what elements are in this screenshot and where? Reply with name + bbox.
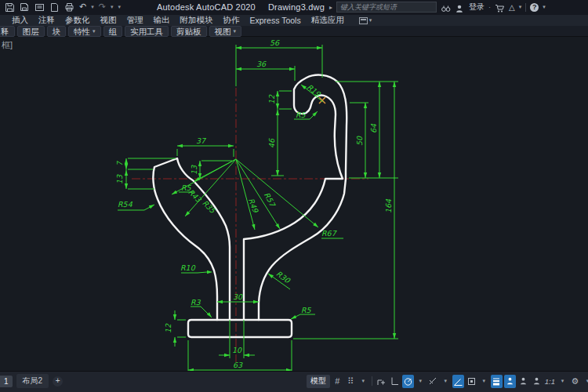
sheet-icon[interactable] [49,2,60,12]
add-layout-button[interactable]: + [53,376,63,387]
search-input[interactable] [336,2,437,13]
redo-icon[interactable]: ↷ [99,2,106,12]
radius-r3[interactable]: R3 [191,298,201,307]
sign-in-button[interactable]: 登录 [469,2,485,13]
panel-utilities[interactable]: 实用工具 [125,26,169,37]
ribbon-panel-row: 释 图层 块 特性▾ 组 实用工具 剪贴板 视图▾ [0,26,588,37]
base-plate-outline[interactable] [188,320,292,337]
ribbon-display-icon[interactable]: ▾ [359,17,372,24]
isodraft-icon[interactable] [427,375,439,388]
ribbon-tab-annotate[interactable]: 注释 [38,15,55,26]
ortho-icon[interactable] [389,375,401,388]
customization-gear-icon[interactable]: ⚙ [569,375,581,388]
snap-icon[interactable]: ⠿ [345,375,357,388]
grid-icon[interactable]: # [332,375,343,388]
panel-properties[interactable]: 特性▾ [68,26,101,37]
ribbon-tab-parametric[interactable]: 参数化 [65,15,90,26]
annotation-scale-add-icon[interactable] [517,375,529,388]
minimize-dash-icon: · [488,3,491,11]
model-space-button[interactable]: 模型 [307,375,330,388]
layout-tab-1[interactable]: 1 [0,376,13,387]
ribbon-display-caret-icon[interactable]: ▾ [369,17,372,24]
centerlines[interactable] [132,88,368,362]
cart-icon[interactable] [495,2,505,12]
isodraft-caret-icon[interactable]: ▾ [441,375,451,388]
layout-tab-2[interactable]: 布局2 [16,374,49,388]
dim-13-right[interactable]: 13 [190,165,198,175]
exchange-search-icon[interactable] [441,2,451,12]
save-as-icon[interactable] [20,2,30,12]
help-icon[interactable]: ? [530,3,539,12]
object-snap-caret-icon[interactable]: ▾ [479,375,489,388]
polar-caret-icon[interactable]: ▾ [416,375,426,388]
account-icon[interactable] [455,2,465,12]
ribbon-tab-manage[interactable]: 管理 [127,15,143,26]
radius-texts[interactable]: R54 R5 R43 R35 R49 R57 R67 R19 R5 R10 R3… [118,82,337,314]
help-caret-icon[interactable]: ▾ [543,4,546,10]
dim-56[interactable]: 56 [270,38,280,47]
radius-r35[interactable]: R35 [201,198,218,216]
ribbon-tab-insert[interactable]: 插入 [12,15,28,26]
scale-caret-icon[interactable]: ▾ [557,375,568,388]
search-flyout-icon[interactable]: ▸ [329,4,332,11]
dynamic-input-icon[interactable] [376,375,387,388]
alert-caret-icon[interactable]: ▾ [519,4,522,10]
annotation-people-icon[interactable] [531,375,543,388]
radius-r49[interactable]: R49 [247,197,260,214]
radius-r5-hook[interactable]: R5 [296,111,307,119]
dim-30[interactable]: 30 [233,292,243,301]
radius-r57[interactable]: R57 [263,191,278,209]
radius-r54[interactable]: R54 [118,200,133,209]
dim-10[interactable]: 10 [232,346,242,354]
snap-caret-icon[interactable]: ▾ [358,375,368,388]
qat-customize-icon[interactable]: ▾ [118,4,121,10]
radius-r67[interactable]: R67 [321,229,337,238]
export-icon[interactable] [34,2,45,12]
redo-caret-icon[interactable]: ▾ [111,4,114,10]
ribbon-tab-output[interactable]: 输出 [154,15,170,26]
alert-triangle-icon[interactable]: △ [509,3,515,12]
extension-line-set[interactable] [128,45,398,371]
panel-view-caret-icon[interactable]: ▾ [234,27,237,36]
panel-properties-caret-icon[interactable]: ▾ [93,27,96,36]
dim-12-plate[interactable]: 12 [164,323,172,333]
left-profile-outline[interactable] [153,158,230,320]
lineweight-icon[interactable] [491,375,503,388]
ribbon-tab-featured-apps[interactable]: 精选应用 [311,15,344,26]
dimension-line-set[interactable] [126,48,394,370]
gear-caret-icon[interactable]: ▾ [583,375,588,388]
panel-layers[interactable]: 图层 [17,26,45,37]
object-snap-icon[interactable] [466,375,477,388]
polar-tracking-icon[interactable] [402,375,414,388]
ribbon-tab-addins[interactable]: 附加模块 [180,15,213,26]
object-snap-tracking-icon[interactable] [452,375,464,388]
ribbon-tab-express-tools[interactable]: Express Tools [250,16,301,25]
panel-groups[interactable]: 组 [103,26,123,37]
panel-annotate-partial[interactable]: 释 [0,26,15,37]
undo-icon[interactable]: ↶ [79,2,86,12]
dim-37[interactable]: 37 [196,136,206,145]
dim-164[interactable]: 164 [384,198,393,213]
save-icon[interactable] [5,2,15,12]
ribbon-tab-collaborate[interactable]: 协作 [223,15,240,26]
dim-46[interactable]: 46 [267,138,276,148]
annotation-visibility-icon[interactable] [504,375,516,388]
dim-64[interactable]: 64 [369,123,378,133]
radius-r5-plate[interactable]: R5 [301,306,312,314]
dim-12-hook[interactable]: 12 [267,94,276,104]
radius-r30[interactable]: R30 [274,269,292,285]
radius-r10[interactable]: R10 [180,263,196,272]
ribbon-tab-view[interactable]: 视图 [100,15,117,26]
print-icon[interactable] [64,2,74,12]
dim-36[interactable]: 36 [256,60,267,68]
panel-block[interactable]: 块 [47,26,67,37]
dim-63[interactable]: 63 [233,361,243,369]
dim-13-left[interactable]: 13 [115,174,124,184]
undo-caret-icon[interactable]: ▾ [91,4,94,10]
dim-50[interactable]: 50 [355,136,364,146]
panel-clipboard[interactable]: 剪贴板 [171,26,207,37]
drawing-svg[interactable]: 56 36 12 46 50 64 164 37 7 13 13 30 10 6… [0,37,588,371]
dim-7[interactable]: 7 [115,161,124,166]
panel-view[interactable]: 视图▾ [209,26,242,37]
annotation-scale-value[interactable]: 1:1 [544,375,556,388]
